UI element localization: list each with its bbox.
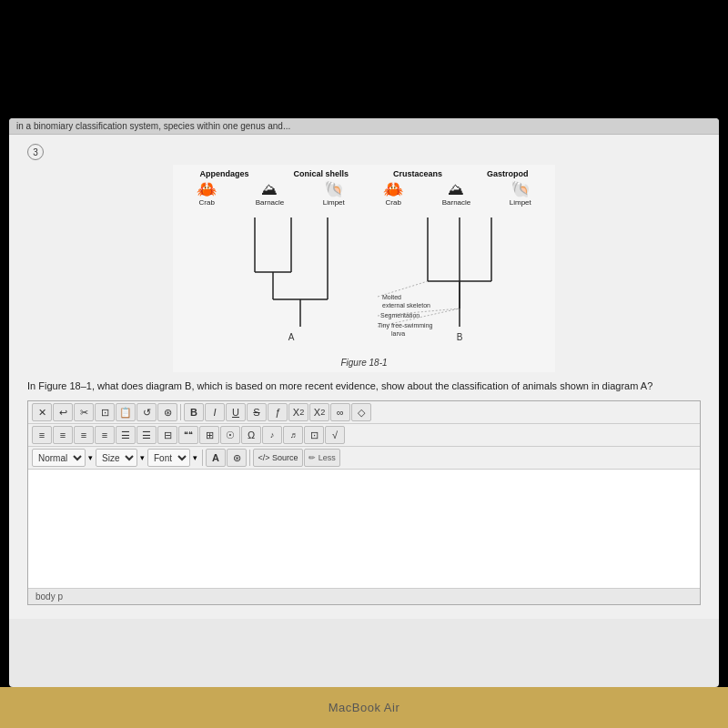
label-gastropod: Gastropod — [487, 169, 529, 178]
italic-button[interactable]: I — [205, 403, 225, 421]
separator-3 — [249, 450, 250, 466]
font-arrow: ▾ — [193, 453, 197, 462]
content-area: 3 Appendages Conical shells Crustaceans … — [9, 135, 719, 619]
strikethrough-button[interactable]: S — [247, 403, 267, 421]
audio-button-2[interactable]: ♬ — [283, 426, 303, 444]
separator-1 — [180, 404, 181, 420]
table-button[interactable]: ⊞ — [199, 426, 219, 444]
cladogram-svg: A Molted external skeleton Segmentation … — [218, 208, 510, 354]
status-bar: body p — [28, 588, 700, 604]
align-right-button[interactable]: ≡ — [74, 426, 94, 444]
status-text: body p — [35, 592, 63, 602]
animal-barnacle-1: ⛰ Barnacle — [256, 181, 285, 207]
svg-text:Tiny free-swimming: Tiny free-swimming — [378, 322, 433, 329]
paste-button[interactable]: 📋 — [116, 403, 136, 421]
limpet-2-label: Limpet — [510, 198, 531, 207]
toolbar-row-2: ≡ ≡ ≡ ≡ ☰ ☰ ⊟ ❝❝ ⊞ ☉ Ω ♪ ♬ ⊡ √ — [28, 424, 700, 447]
size-arrow: ▾ — [140, 453, 145, 462]
page-bar: in a binomiary classification system, sp… — [9, 118, 719, 135]
barnacle-2-label: Barnacle — [442, 198, 471, 207]
highlight-button[interactable]: ⊛ — [227, 449, 247, 467]
align-center-button[interactable]: ≡ — [53, 426, 73, 444]
animal-crab-1: 🦀 Crab — [197, 181, 217, 207]
image-button[interactable]: ⊡ — [304, 426, 324, 444]
svg-text:Molted: Molted — [382, 294, 401, 300]
infinity-button[interactable]: ∞ — [330, 403, 350, 421]
top-black-area — [0, 0, 728, 118]
toolbar-row-1: ✕ ↩ ✂ ⊡ 📋 ↺ ⊛ B I U S ƒ X2 X2 ∞ ◇ — [28, 401, 700, 424]
limpet-1-icon: 🐚 — [324, 181, 344, 197]
toolbar-row-3: Normal ▾ Size ▾ Font ▾ A ⊛ </> Source — [28, 447, 700, 470]
smiley-button[interactable]: ☉ — [220, 426, 240, 444]
subscript-button[interactable]: X2 — [309, 403, 329, 421]
barnacle-1-icon: ⛰ — [261, 181, 278, 197]
animal-limpet-1: 🐚 Limpet — [323, 181, 345, 207]
bold-button[interactable]: B — [184, 403, 204, 421]
list-button-1[interactable]: ☰ — [116, 426, 136, 444]
question-text: In Figure 18–1, what does diagram B, whi… — [27, 379, 701, 393]
audio-button-1[interactable]: ♪ — [262, 426, 282, 444]
diamond-button[interactable]: ◇ — [351, 403, 371, 421]
editor-body[interactable] — [28, 470, 700, 588]
svg-text:Segmentation: Segmentation — [380, 312, 420, 319]
undo-button[interactable]: ↩ — [53, 403, 73, 421]
page-bar-text: in a binomiary classification system, sp… — [16, 121, 290, 131]
svg-text:A: A — [288, 332, 295, 342]
less-button[interactable]: ✏ Less — [304, 449, 340, 467]
svg-text:B: B — [457, 332, 463, 342]
animal-icons-row: 🦀 Crab ⛰ Barnacle 🐚 Limpet 🦀 Crab — [177, 181, 551, 207]
style-arrow: ▾ — [88, 453, 93, 462]
omega-button[interactable]: Ω — [241, 426, 261, 444]
crab-2-icon: 🦀 — [383, 181, 403, 197]
source-button[interactable]: </> Source — [253, 449, 303, 467]
limpet-1-label: Limpet — [323, 198, 345, 207]
redo-button[interactable]: ↺ — [136, 403, 157, 421]
superscript-button[interactable]: X2 — [288, 403, 308, 421]
style-select[interactable]: Normal — [32, 449, 86, 467]
question-number: 3 — [27, 144, 44, 160]
rich-text-editor: ✕ ↩ ✂ ⊡ 📋 ↺ ⊛ B I U S ƒ X2 X2 ∞ ◇ — [27, 400, 701, 605]
flash-button[interactable]: ƒ — [268, 403, 288, 421]
font-select[interactable]: Font — [147, 449, 190, 467]
screen: in a binomiary classification system, sp… — [0, 0, 728, 728]
copy-button[interactable]: ⊡ — [95, 403, 115, 421]
text-color-button[interactable]: A — [206, 449, 226, 467]
svg-line-20 — [378, 281, 428, 297]
barnacle-2-icon: ⛰ — [448, 181, 464, 197]
size-select[interactable]: Size — [96, 449, 137, 467]
figure-container: Appendages Conical shells Crustaceans Ga… — [173, 165, 555, 372]
svg-text:external skeleton: external skeleton — [382, 302, 430, 308]
sqrt-button[interactable]: √ — [325, 426, 345, 444]
label-conical-shells: Conical shells — [293, 169, 349, 178]
label-appendages: Appendages — [199, 169, 248, 178]
animal-limpet-2: 🐚 Limpet — [510, 181, 531, 207]
crab-2-label: Crab — [386, 198, 401, 207]
barnacle-1-label: Barnacle — [256, 198, 285, 207]
separator-2 — [202, 450, 203, 466]
limpet-2-icon: 🐚 — [511, 181, 531, 197]
svg-text:larva: larva — [391, 330, 405, 337]
cladogram-diagram: A Molted external skeleton Segmentation … — [218, 208, 510, 354]
cut-button[interactable]: ✂ — [74, 403, 94, 421]
indent-button[interactable]: ⊟ — [157, 426, 177, 444]
crab-1-icon: 🦀 — [197, 181, 217, 197]
bottom-bar: MacBook Air — [0, 687, 728, 728]
blockquote-button[interactable]: ❝❝ — [178, 426, 198, 444]
figure-header: Appendages Conical shells Crustaceans Ga… — [177, 169, 551, 178]
label-crustaceans: Crustaceans — [393, 169, 442, 178]
underline-button[interactable]: U — [226, 403, 246, 421]
spellcheck-button[interactable]: ⊛ — [157, 403, 177, 421]
justify-button[interactable]: ≡ — [95, 426, 115, 444]
browser-content: in a binomiary classification system, sp… — [9, 118, 719, 687]
animal-crab-2: 🦀 Crab — [383, 181, 403, 207]
figure-caption: Figure 18-1 — [340, 358, 387, 368]
list-button-2[interactable]: ☰ — [136, 426, 157, 444]
macbook-label: MacBook Air — [329, 701, 399, 714]
animal-barnacle-2: ⛰ Barnacle — [442, 181, 471, 207]
close-button[interactable]: ✕ — [32, 403, 52, 421]
align-left-button[interactable]: ≡ — [32, 426, 52, 444]
crab-1-label: Crab — [199, 198, 215, 207]
